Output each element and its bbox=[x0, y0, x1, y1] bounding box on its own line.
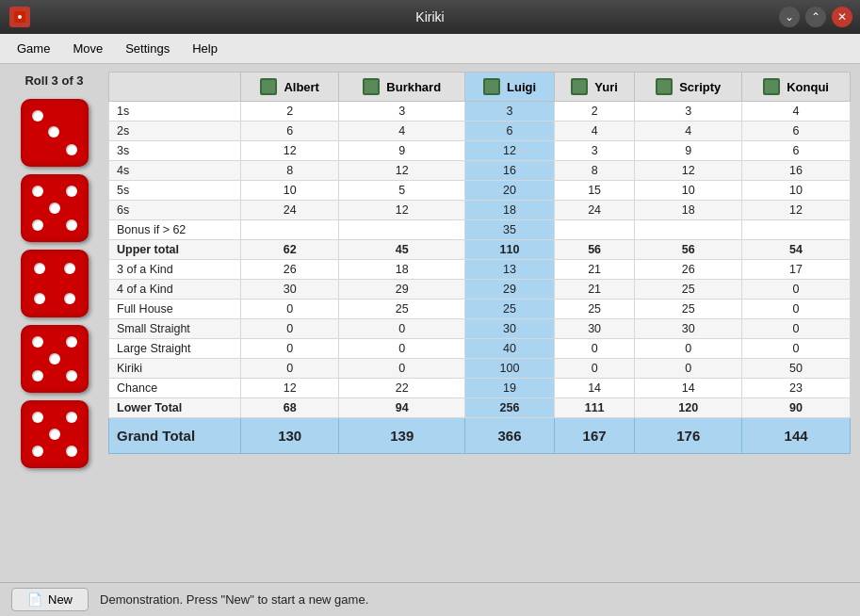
cell-value: 18 bbox=[339, 260, 465, 280]
cell-value: 3 bbox=[635, 102, 742, 122]
cell-value: 176 bbox=[635, 418, 742, 454]
table-row: Bonus if > 6235 bbox=[109, 220, 851, 240]
col-header-burkhard: Burkhard bbox=[339, 73, 465, 102]
cell-value: 17 bbox=[742, 260, 851, 280]
cell-value: 25 bbox=[465, 300, 555, 319]
table-row: 4 of a Kind30292921250 bbox=[109, 280, 851, 300]
cell-value: 2 bbox=[241, 102, 339, 122]
row-label: 4 of a Kind bbox=[109, 280, 241, 300]
table-row: Lower Total689425611112090 bbox=[109, 398, 851, 418]
col-header-konqui: Konqui bbox=[742, 73, 851, 102]
table-row: 6s241218241812 bbox=[109, 201, 851, 220]
cell-value: 0 bbox=[554, 339, 634, 359]
status-bar: 📄 New Demonstration. Press "New" to star… bbox=[0, 582, 860, 616]
die-1[interactable] bbox=[21, 99, 89, 167]
menu-move[interactable]: Move bbox=[63, 38, 112, 59]
cell-value bbox=[339, 220, 465, 240]
cell-value: 9 bbox=[339, 141, 465, 161]
cell-value: 50 bbox=[742, 359, 851, 379]
cell-value: 12 bbox=[465, 141, 555, 161]
dice-sidebar: Roll 3 of 3 bbox=[0, 64, 108, 582]
cell-value: 6 bbox=[742, 141, 851, 161]
window-controls: ⌄ ⌃ ✕ bbox=[779, 7, 852, 27]
status-text: Demonstration. Press "New" to start a ne… bbox=[100, 592, 368, 607]
cell-value: 90 bbox=[742, 398, 851, 418]
table-row: Kiriki001000050 bbox=[109, 359, 851, 379]
cell-value: 26 bbox=[635, 260, 742, 280]
table-row: 4s8121681216 bbox=[109, 161, 851, 181]
table-row: 1s233234 bbox=[109, 102, 851, 122]
cell-value: 18 bbox=[465, 201, 555, 220]
row-label: Upper total bbox=[109, 240, 241, 260]
cell-value: 10 bbox=[635, 181, 742, 201]
cell-value: 5 bbox=[339, 181, 465, 201]
cell-value: 366 bbox=[465, 418, 555, 454]
roll-label: Roll 3 of 3 bbox=[24, 73, 83, 88]
cell-value bbox=[554, 220, 634, 240]
table-row: 3 of a Kind261813212617 bbox=[109, 260, 851, 280]
new-game-button[interactable]: 📄 New bbox=[11, 588, 89, 611]
cell-value: 100 bbox=[465, 359, 555, 379]
cell-value: 3 bbox=[465, 102, 555, 122]
cell-value: 18 bbox=[635, 201, 742, 220]
cell-value: 25 bbox=[554, 300, 634, 319]
cell-value: 4 bbox=[635, 122, 742, 141]
die-4[interactable] bbox=[21, 325, 89, 393]
table-row: Small Straight003030300 bbox=[109, 319, 851, 339]
title-bar: Kiriki ⌄ ⌃ ✕ bbox=[0, 0, 860, 34]
menu-settings[interactable]: Settings bbox=[116, 38, 179, 59]
cell-value: 30 bbox=[241, 280, 339, 300]
albert-icon bbox=[260, 78, 277, 95]
cell-value: 25 bbox=[339, 300, 465, 319]
cell-value: 24 bbox=[554, 201, 634, 220]
cell-value: 12 bbox=[742, 201, 851, 220]
row-label: Grand Total bbox=[109, 418, 241, 454]
new-game-icon: 📄 bbox=[27, 592, 42, 607]
cell-value: 139 bbox=[339, 418, 465, 454]
cell-value: 56 bbox=[554, 240, 634, 260]
cell-value: 0 bbox=[742, 319, 851, 339]
cell-value: 25 bbox=[635, 280, 742, 300]
cell-value: 0 bbox=[241, 339, 339, 359]
cell-value: 144 bbox=[742, 418, 851, 454]
cell-value: 110 bbox=[465, 240, 555, 260]
cell-value: 4 bbox=[554, 122, 634, 141]
scripty-icon bbox=[656, 78, 673, 95]
cell-value: 30 bbox=[635, 319, 742, 339]
cell-value: 6 bbox=[742, 122, 851, 141]
cell-value: 0 bbox=[554, 359, 634, 379]
cell-value: 94 bbox=[339, 398, 465, 418]
cell-value: 120 bbox=[635, 398, 742, 418]
die-3[interactable] bbox=[21, 250, 89, 317]
cell-value: 26 bbox=[241, 260, 339, 280]
maximize-button[interactable]: ⌃ bbox=[805, 7, 826, 27]
konqui-icon bbox=[763, 78, 780, 95]
minimize-button[interactable]: ⌄ bbox=[779, 7, 800, 27]
cell-value: 23 bbox=[742, 379, 851, 398]
cell-value: 14 bbox=[554, 379, 634, 398]
cell-value: 16 bbox=[465, 161, 555, 181]
die-2[interactable] bbox=[21, 174, 89, 242]
cell-value: 22 bbox=[339, 379, 465, 398]
row-label: 2s bbox=[109, 122, 241, 141]
close-button[interactable]: ✕ bbox=[832, 7, 852, 27]
cell-value: 30 bbox=[554, 319, 634, 339]
cell-value: 111 bbox=[554, 398, 634, 418]
cell-value: 0 bbox=[742, 280, 851, 300]
cell-value: 45 bbox=[339, 240, 465, 260]
cell-value: 12 bbox=[339, 161, 465, 181]
cell-value: 167 bbox=[554, 418, 634, 454]
menu-help[interactable]: Help bbox=[183, 38, 227, 59]
cell-value: 0 bbox=[339, 359, 465, 379]
row-label: Bonus if > 62 bbox=[109, 220, 241, 240]
menu-game[interactable]: Game bbox=[8, 38, 59, 59]
cell-value: 40 bbox=[465, 339, 555, 359]
cell-value: 3 bbox=[339, 102, 465, 122]
cell-value: 12 bbox=[241, 141, 339, 161]
row-label: 4s bbox=[109, 161, 241, 181]
die-5[interactable] bbox=[21, 400, 89, 468]
row-label: Large Straight bbox=[109, 339, 241, 359]
col-header-albert: Albert bbox=[241, 73, 339, 102]
score-area: Albert Burkhard Luigi bbox=[108, 64, 860, 582]
cell-value: 20 bbox=[465, 181, 555, 201]
